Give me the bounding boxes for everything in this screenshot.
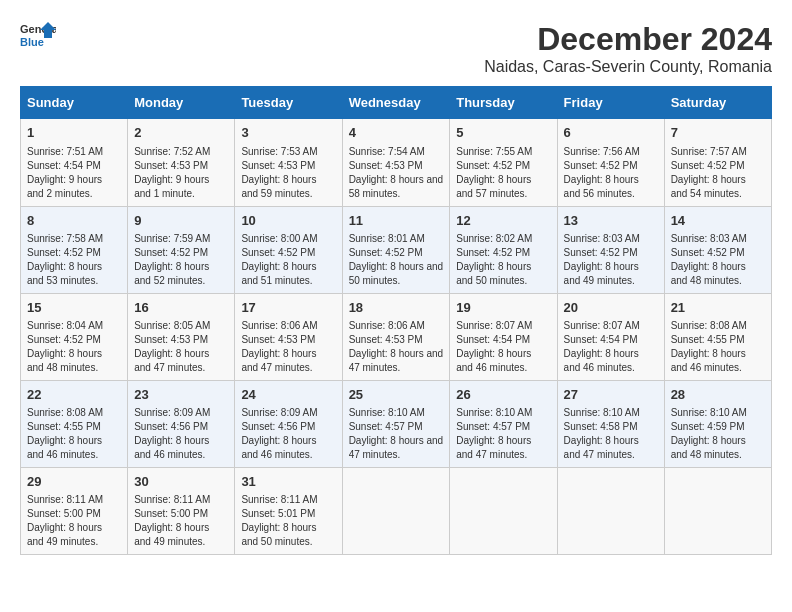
- day-number: 23: [134, 386, 228, 404]
- col-sunday: Sunday: [21, 87, 128, 119]
- table-row: 30Sunrise: 8:11 AM Sunset: 5:00 PM Dayli…: [128, 468, 235, 555]
- day-number: 20: [564, 299, 658, 317]
- day-detail: Sunrise: 8:06 AM Sunset: 4:53 PM Dayligh…: [241, 319, 335, 375]
- logo: General Blue: [20, 20, 56, 50]
- day-number: 17: [241, 299, 335, 317]
- table-row: 26Sunrise: 8:10 AM Sunset: 4:57 PM Dayli…: [450, 380, 557, 467]
- table-row: 29Sunrise: 8:11 AM Sunset: 5:00 PM Dayli…: [21, 468, 128, 555]
- day-number: 24: [241, 386, 335, 404]
- table-row: 21Sunrise: 8:08 AM Sunset: 4:55 PM Dayli…: [664, 293, 771, 380]
- table-row: 9Sunrise: 7:59 AM Sunset: 4:52 PM Daylig…: [128, 206, 235, 293]
- table-row: 20Sunrise: 8:07 AM Sunset: 4:54 PM Dayli…: [557, 293, 664, 380]
- day-number: 15: [27, 299, 121, 317]
- col-thursday: Thursday: [450, 87, 557, 119]
- day-number: 30: [134, 473, 228, 491]
- day-detail: Sunrise: 8:10 AM Sunset: 4:58 PM Dayligh…: [564, 406, 658, 462]
- day-number: 10: [241, 212, 335, 230]
- table-row: [557, 468, 664, 555]
- day-detail: Sunrise: 8:08 AM Sunset: 4:55 PM Dayligh…: [671, 319, 765, 375]
- day-detail: Sunrise: 8:03 AM Sunset: 4:52 PM Dayligh…: [671, 232, 765, 288]
- day-detail: Sunrise: 7:58 AM Sunset: 4:52 PM Dayligh…: [27, 232, 121, 288]
- day-detail: Sunrise: 7:52 AM Sunset: 4:53 PM Dayligh…: [134, 145, 228, 201]
- day-number: 18: [349, 299, 444, 317]
- day-number: 13: [564, 212, 658, 230]
- day-detail: Sunrise: 8:11 AM Sunset: 5:01 PM Dayligh…: [241, 493, 335, 549]
- table-row: 16Sunrise: 8:05 AM Sunset: 4:53 PM Dayli…: [128, 293, 235, 380]
- table-row: 24Sunrise: 8:09 AM Sunset: 4:56 PM Dayli…: [235, 380, 342, 467]
- day-detail: Sunrise: 7:51 AM Sunset: 4:54 PM Dayligh…: [27, 145, 121, 201]
- col-saturday: Saturday: [664, 87, 771, 119]
- table-row: 31Sunrise: 8:11 AM Sunset: 5:01 PM Dayli…: [235, 468, 342, 555]
- day-detail: Sunrise: 8:02 AM Sunset: 4:52 PM Dayligh…: [456, 232, 550, 288]
- table-row: 3Sunrise: 7:53 AM Sunset: 4:53 PM Daylig…: [235, 119, 342, 206]
- day-number: 16: [134, 299, 228, 317]
- day-detail: Sunrise: 8:11 AM Sunset: 5:00 PM Dayligh…: [134, 493, 228, 549]
- table-row: 11Sunrise: 8:01 AM Sunset: 4:52 PM Dayli…: [342, 206, 450, 293]
- day-detail: Sunrise: 8:00 AM Sunset: 4:52 PM Dayligh…: [241, 232, 335, 288]
- table-row: 18Sunrise: 8:06 AM Sunset: 4:53 PM Dayli…: [342, 293, 450, 380]
- table-row: 23Sunrise: 8:09 AM Sunset: 4:56 PM Dayli…: [128, 380, 235, 467]
- day-number: 2: [134, 124, 228, 142]
- title-section: December 2024 Naidas, Caras-Severin Coun…: [484, 20, 772, 76]
- day-detail: Sunrise: 8:06 AM Sunset: 4:53 PM Dayligh…: [349, 319, 444, 375]
- table-row: 8Sunrise: 7:58 AM Sunset: 4:52 PM Daylig…: [21, 206, 128, 293]
- day-number: 3: [241, 124, 335, 142]
- day-number: 7: [671, 124, 765, 142]
- main-title: December 2024: [484, 20, 772, 58]
- day-detail: Sunrise: 7:56 AM Sunset: 4:52 PM Dayligh…: [564, 145, 658, 201]
- day-number: 14: [671, 212, 765, 230]
- table-row: [664, 468, 771, 555]
- day-number: 21: [671, 299, 765, 317]
- day-detail: Sunrise: 8:11 AM Sunset: 5:00 PM Dayligh…: [27, 493, 121, 549]
- col-wednesday: Wednesday: [342, 87, 450, 119]
- day-number: 28: [671, 386, 765, 404]
- day-detail: Sunrise: 8:09 AM Sunset: 4:56 PM Dayligh…: [241, 406, 335, 462]
- day-number: 19: [456, 299, 550, 317]
- table-row: 15Sunrise: 8:04 AM Sunset: 4:52 PM Dayli…: [21, 293, 128, 380]
- table-row: 10Sunrise: 8:00 AM Sunset: 4:52 PM Dayli…: [235, 206, 342, 293]
- table-row: 13Sunrise: 8:03 AM Sunset: 4:52 PM Dayli…: [557, 206, 664, 293]
- day-detail: Sunrise: 8:10 AM Sunset: 4:57 PM Dayligh…: [349, 406, 444, 462]
- day-number: 29: [27, 473, 121, 491]
- day-detail: Sunrise: 8:10 AM Sunset: 4:57 PM Dayligh…: [456, 406, 550, 462]
- table-row: 4Sunrise: 7:54 AM Sunset: 4:53 PM Daylig…: [342, 119, 450, 206]
- day-detail: Sunrise: 8:01 AM Sunset: 4:52 PM Dayligh…: [349, 232, 444, 288]
- table-row: 5Sunrise: 7:55 AM Sunset: 4:52 PM Daylig…: [450, 119, 557, 206]
- day-number: 1: [27, 124, 121, 142]
- day-detail: Sunrise: 8:09 AM Sunset: 4:56 PM Dayligh…: [134, 406, 228, 462]
- subtitle: Naidas, Caras-Severin County, Romania: [484, 58, 772, 76]
- day-number: 26: [456, 386, 550, 404]
- table-row: 6Sunrise: 7:56 AM Sunset: 4:52 PM Daylig…: [557, 119, 664, 206]
- table-row: 19Sunrise: 8:07 AM Sunset: 4:54 PM Dayli…: [450, 293, 557, 380]
- day-number: 6: [564, 124, 658, 142]
- day-detail: Sunrise: 7:59 AM Sunset: 4:52 PM Dayligh…: [134, 232, 228, 288]
- table-row: 28Sunrise: 8:10 AM Sunset: 4:59 PM Dayli…: [664, 380, 771, 467]
- table-row: 25Sunrise: 8:10 AM Sunset: 4:57 PM Dayli…: [342, 380, 450, 467]
- day-number: 8: [27, 212, 121, 230]
- table-row: 12Sunrise: 8:02 AM Sunset: 4:52 PM Dayli…: [450, 206, 557, 293]
- day-detail: Sunrise: 8:03 AM Sunset: 4:52 PM Dayligh…: [564, 232, 658, 288]
- day-detail: Sunrise: 7:54 AM Sunset: 4:53 PM Dayligh…: [349, 145, 444, 201]
- table-row: 1Sunrise: 7:51 AM Sunset: 4:54 PM Daylig…: [21, 119, 128, 206]
- day-number: 5: [456, 124, 550, 142]
- day-number: 9: [134, 212, 228, 230]
- header-row: Sunday Monday Tuesday Wednesday Thursday…: [21, 87, 772, 119]
- table-row: [342, 468, 450, 555]
- day-number: 22: [27, 386, 121, 404]
- col-tuesday: Tuesday: [235, 87, 342, 119]
- day-detail: Sunrise: 7:55 AM Sunset: 4:52 PM Dayligh…: [456, 145, 550, 201]
- day-detail: Sunrise: 7:57 AM Sunset: 4:52 PM Dayligh…: [671, 145, 765, 201]
- table-row: 22Sunrise: 8:08 AM Sunset: 4:55 PM Dayli…: [21, 380, 128, 467]
- day-number: 25: [349, 386, 444, 404]
- logo-icon: General Blue: [20, 20, 56, 50]
- page-header: General Blue December 2024 Naidas, Caras…: [20, 20, 772, 76]
- day-detail: Sunrise: 7:53 AM Sunset: 4:53 PM Dayligh…: [241, 145, 335, 201]
- col-friday: Friday: [557, 87, 664, 119]
- day-number: 4: [349, 124, 444, 142]
- day-detail: Sunrise: 8:07 AM Sunset: 4:54 PM Dayligh…: [456, 319, 550, 375]
- table-row: 2Sunrise: 7:52 AM Sunset: 4:53 PM Daylig…: [128, 119, 235, 206]
- table-row: 17Sunrise: 8:06 AM Sunset: 4:53 PM Dayli…: [235, 293, 342, 380]
- day-detail: Sunrise: 8:10 AM Sunset: 4:59 PM Dayligh…: [671, 406, 765, 462]
- day-number: 31: [241, 473, 335, 491]
- day-detail: Sunrise: 8:05 AM Sunset: 4:53 PM Dayligh…: [134, 319, 228, 375]
